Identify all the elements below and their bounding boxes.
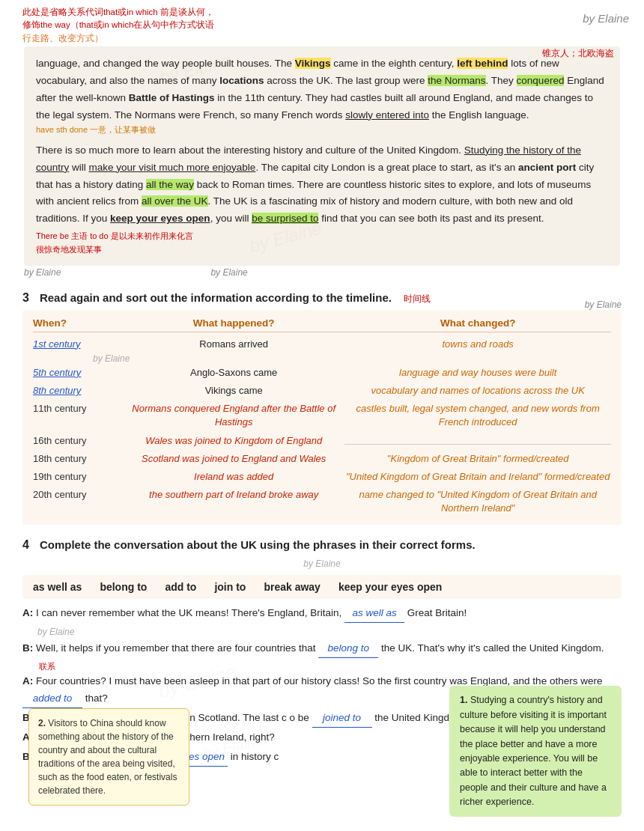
timeline-col1-header: When?	[33, 317, 123, 329]
timeline-table: When? What happened? What changed? 1st c…	[22, 310, 622, 526]
locations-bold: locations	[219, 75, 264, 86]
phrase-keep: keep your eyes open	[338, 581, 443, 593]
century-5th: 5th century	[33, 367, 81, 378]
timeline-happened-8: the southern part of Ireland broke away	[123, 488, 344, 502]
conv-label-A1: A:	[22, 607, 33, 618]
timeline-row-18th: 18th century Scotland was joined to Engl…	[33, 450, 611, 468]
vikings-highlight: Vikings	[295, 58, 331, 69]
timeline-happened-1: Romans arrived	[123, 338, 344, 351]
yellow-note-box: 2. Visitors to China should know somethi…	[28, 708, 189, 806]
timeline-when-5: 16th century	[33, 434, 123, 448]
conv-label-B1: B:	[22, 642, 33, 654]
conv-blank-A2: added to	[22, 690, 82, 708]
section3-title: Read again and sort out the information …	[40, 291, 392, 304]
entered-into: slowly entered into	[345, 109, 429, 121]
phrase-aswell: as well as	[33, 581, 82, 593]
timeline-row-16th: 16th century Wales was joined to Kingdom…	[33, 432, 611, 450]
ann-there-be: There be 主语 to do 是以未来初作用来化言	[36, 229, 608, 243]
conv-text-A3-3: orthern Ireland, right?	[178, 731, 275, 743]
timeline-happened-4: Normans conquered England after the Batt…	[123, 402, 344, 429]
section3-num: 3	[22, 291, 29, 305]
phrase-join: join to	[214, 581, 246, 593]
timeline-changed-7: "United Kingdom of Great Britain and Ire…	[344, 470, 611, 484]
ann-have-sth-done: have sth done 一意，让某事被做	[36, 123, 608, 136]
conv-text-B1: Well, it helps if you remember that ther…	[36, 642, 318, 654]
page-container: by Elaine 此处是省略关系代词that或in which 前是谈从何， …	[0, 6, 644, 831]
phrase-break: break away	[264, 581, 321, 593]
timeline-row-19th: 19th century Ireland was added "United K…	[33, 468, 611, 486]
timeline-col3-header: What changed?	[344, 317, 611, 329]
timeline-happened-5: Wales was joined to Kingdom of England	[123, 434, 344, 448]
timeline-happened-7: Ireland was added	[123, 470, 344, 484]
timeline-row-8th: 8th century Vikings came vocabulary and …	[33, 382, 611, 400]
conv-after-B3: in history c	[231, 751, 279, 762]
conv-after-B1: the UK. That's why it's called the Unite…	[381, 642, 604, 654]
timeline-when-6: 18th century	[33, 452, 123, 466]
timeline-col2-header: What happened?	[123, 317, 344, 329]
green-note-box: 1. Studying a country's history and cult…	[449, 686, 622, 817]
conv-blank-A1: as well as	[344, 605, 404, 623]
section4-num: 4	[22, 538, 29, 552]
timeline-happened-3: Vikings came	[123, 384, 344, 398]
ann-united: 联系	[39, 660, 622, 674]
ann-line2: 修饰the way（that或in which在从句中作方式状语	[22, 19, 622, 31]
conversation: A: I can never remember what the UK mean…	[22, 605, 622, 767]
passage-para1: language, and changed the way people bui…	[36, 55, 608, 124]
section4: 4 Complete the conversation about the UK…	[22, 538, 622, 767]
section4-header: 4 Complete the conversation about the UK…	[22, 538, 622, 555]
timeline-changed-8: name changed to "United Kingdom of Great…	[344, 488, 611, 515]
timeline-changed-2: language and way houses were built	[344, 366, 611, 380]
timeline-changed-6: "Kingdom of Great Britain" formed/create…	[344, 452, 611, 466]
conv-after-A2: that?	[85, 692, 108, 704]
conv-blank-B2: joined to	[312, 710, 372, 728]
all-the-way: all the way	[146, 179, 194, 190]
conv-blank-B1: belong to	[318, 640, 378, 658]
timeline-when-7: 19th century	[33, 470, 123, 484]
conv-B1: B: Well, it helps if you remember that t…	[22, 640, 622, 658]
timeline-row-11th: 11th century Normans conquered England a…	[33, 400, 611, 431]
green-note-text: Studying a country's history and culture…	[460, 695, 607, 807]
timeline-when-3: 8th century	[33, 384, 123, 398]
timeline-changed-1: towns and roads	[344, 338, 611, 351]
century-1st: 1st century	[33, 338, 81, 350]
passage-para2: There is so much more to learn about the…	[36, 142, 608, 228]
make-visit: make your visit much more enjoyable	[89, 162, 256, 173]
by-elaine-row: by Elaine by Elaine	[24, 267, 644, 278]
ancient-port: ancient port	[518, 162, 576, 173]
timeline-happened-6: Scotland was joined to England and Wales	[123, 452, 344, 466]
reading-passage: 锥京人；北欧海盗 language, and changed the way p…	[24, 46, 620, 266]
conv-text-A1: I can never remember what the UK means! …	[36, 607, 344, 618]
ann-line3: 行走路、改变方式）	[22, 32, 622, 45]
yellow-note-num: 2.	[38, 718, 46, 728]
conv-after-A1: Great Britain!	[407, 607, 467, 618]
made-changes: made changes	[515, 92, 582, 103]
timeline-happened-2: Anglo-Saxons came	[123, 366, 344, 380]
timeline-row-1st: 1st century Romans arrived towns and roa…	[33, 335, 611, 353]
timeline-when-2: 5th century	[33, 366, 123, 380]
phrase-box: as well as belong to add to join to brea…	[22, 575, 622, 599]
phrase-add: add to	[165, 581, 196, 593]
by-elaine-s4: by Elaine	[22, 558, 622, 569]
timeline-when-1: 1st century	[33, 338, 123, 351]
be-surprised-to: be surprised to	[252, 213, 318, 224]
by-elaine-timeline: by Elaine	[33, 353, 611, 364]
ann-line1: 此处是省略关系代词that或in which 前是谈从何，	[22, 6, 622, 19]
annotation-block-top: 此处是省略关系代词that或in which 前是谈从何， 修饰the way（…	[22, 6, 622, 45]
conv-text-B2-2: o be	[289, 712, 312, 723]
leftbehind-highlight: left behind	[457, 58, 508, 69]
battle-bold: Battle of Hastings	[129, 92, 215, 103]
by-elaine-left: by Elaine	[24, 267, 61, 278]
phrase-belong: belong to	[100, 581, 147, 593]
ann-top-right: 锥京人；北欧海盗	[542, 45, 614, 61]
conv-by-elaine-row: by Elaine	[22, 624, 622, 639]
normans-highlight: the Normans	[428, 75, 485, 86]
keep-eyes-open: keep your eyes open	[110, 213, 210, 224]
conquered-highlight: conquered	[517, 75, 565, 86]
timeline-label: 时间线	[404, 293, 431, 305]
timeline-when-8: 20th century	[33, 488, 123, 502]
by-elaine-conv: by Elaine	[37, 624, 74, 639]
conv-text-A2: Four countries? I must have been asleep …	[36, 675, 602, 687]
timeline-changed-3: vocabulary and names of locations across…	[344, 384, 611, 398]
all-over-uk: all over the UK	[142, 195, 208, 207]
section4-title: Complete the conversation about the UK u…	[40, 538, 476, 551]
